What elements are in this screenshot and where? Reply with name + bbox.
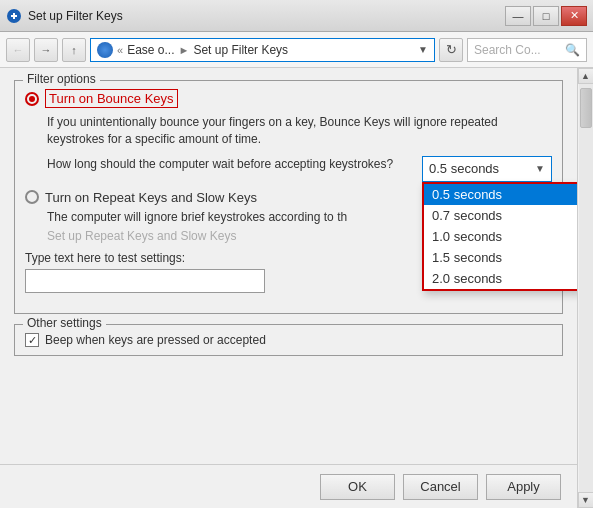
- dropdown-container: 0.5 seconds ▼ 0.5 seconds 0.7 seconds 1.…: [422, 156, 552, 182]
- dropdown-item-1[interactable]: 0.7 seconds: [424, 205, 577, 226]
- scroll-track: [579, 84, 593, 492]
- bottom-bar: OK Cancel Apply: [0, 464, 577, 508]
- repeat-keys-radio[interactable]: [25, 190, 39, 204]
- minimize-button[interactable]: —: [505, 6, 531, 26]
- content-area: Filter options Turn on Bounce Keys If yo…: [0, 68, 577, 508]
- path-sep-ease: «: [117, 44, 123, 56]
- main-area: Filter options Turn on Bounce Keys If yo…: [0, 68, 593, 508]
- duration-dropdown[interactable]: 0.5 seconds ▼: [422, 156, 552, 182]
- maximize-button[interactable]: □: [533, 6, 559, 26]
- path-arrow: ►: [179, 44, 190, 56]
- beep-label: Beep when keys are pressed or accepted: [45, 333, 266, 347]
- bounce-keys-description: If you unintentionally bounce your finge…: [47, 114, 552, 148]
- scroll-up-button[interactable]: ▲: [578, 68, 594, 84]
- dropdown-item-2[interactable]: 1.0 seconds: [424, 226, 577, 247]
- filter-options-group: Filter options Turn on Bounce Keys If yo…: [14, 80, 563, 314]
- filter-options-label: Filter options: [23, 72, 100, 86]
- title-bar-controls: — □ ✕: [505, 6, 587, 26]
- dropdown-arrow-icon: ▼: [535, 163, 545, 174]
- path-ease: Ease o...: [127, 43, 174, 57]
- bounce-keys-indent: If you unintentionally bounce your finge…: [47, 114, 552, 182]
- scroll-down-button[interactable]: ▼: [578, 492, 594, 508]
- bounce-keys-radio-row[interactable]: Turn on Bounce Keys: [25, 89, 552, 108]
- repeat-keys-label: Turn on Repeat Keys and Slow Keys: [45, 190, 257, 205]
- search-placeholder: Search Co...: [474, 43, 561, 57]
- scrollbar: ▲ ▼: [577, 68, 593, 508]
- forward-button[interactable]: →: [34, 38, 58, 62]
- apply-button[interactable]: Apply: [486, 474, 561, 500]
- search-icon: 🔍: [565, 43, 580, 57]
- window-title: Set up Filter Keys: [28, 9, 123, 23]
- title-bar: Set up Filter Keys — □ ✕: [0, 0, 593, 32]
- dropdown-item-4[interactable]: 2.0 seconds: [424, 268, 577, 289]
- scroll-thumb[interactable]: [580, 88, 592, 128]
- path-current: Set up Filter Keys: [193, 43, 288, 57]
- address-bar: ← → ↑ « Ease o... ► Set up Filter Keys ▼…: [0, 32, 593, 68]
- other-settings-group: Other settings ✓ Beep when keys are pres…: [14, 324, 563, 356]
- dropdown-value: 0.5 seconds: [429, 161, 499, 176]
- ok-button[interactable]: OK: [320, 474, 395, 500]
- search-box[interactable]: Search Co... 🔍: [467, 38, 587, 62]
- refresh-button[interactable]: ↻: [439, 38, 463, 62]
- close-button[interactable]: ✕: [561, 6, 587, 26]
- test-input[interactable]: [25, 269, 265, 293]
- up-button[interactable]: ↑: [62, 38, 86, 62]
- dropdown-item-0[interactable]: 0.5 seconds: [424, 184, 577, 205]
- how-long-row: How long should the computer wait before…: [47, 156, 552, 182]
- dropdown-item-3[interactable]: 1.5 seconds: [424, 247, 577, 268]
- bounce-keys-label: Turn on Bounce Keys: [45, 89, 178, 108]
- back-button[interactable]: ←: [6, 38, 30, 62]
- cancel-button[interactable]: Cancel: [403, 474, 478, 500]
- dropdown-list: 0.5 seconds 0.7 seconds 1.0 seconds 1.5 …: [422, 182, 577, 291]
- bounce-keys-radio[interactable]: [25, 92, 39, 106]
- path-dropdown-arrow[interactable]: ▼: [418, 44, 428, 55]
- bounce-keys-radio-dot: [29, 96, 35, 102]
- beep-checkbox-row[interactable]: ✓ Beep when keys are pressed or accepted: [25, 333, 552, 347]
- window-icon: [6, 8, 22, 24]
- path-icon: [97, 42, 113, 58]
- beep-checkbox[interactable]: ✓: [25, 333, 39, 347]
- how-long-label: How long should the computer wait before…: [47, 156, 414, 173]
- address-path[interactable]: « Ease o... ► Set up Filter Keys ▼: [90, 38, 435, 62]
- other-settings-label: Other settings: [23, 316, 106, 330]
